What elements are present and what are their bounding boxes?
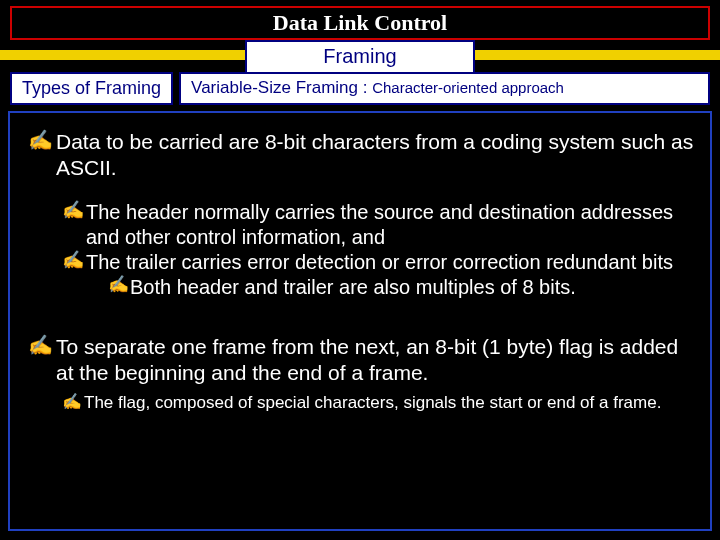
divider-stripe: Framing xyxy=(0,46,720,64)
slide-title: Data Link Control xyxy=(273,10,447,35)
t: trailer xyxy=(126,251,176,273)
sub-bullet-3: ✍ Both header and trailer are also multi… xyxy=(108,275,696,300)
sub-bullet-1: ✍ The header normally carries the source… xyxy=(62,200,696,250)
title-bar: Data Link Control xyxy=(10,6,710,40)
bullet-icon: ✍ xyxy=(28,129,56,151)
bullet-icon: ✍ xyxy=(62,250,86,271)
bullet-2: ✍ To separate one frame from the next, a… xyxy=(28,334,696,387)
tab-variable-size: Variable-Size Framing : Character-orient… xyxy=(179,72,710,105)
section-heading-box: Framing xyxy=(245,40,475,74)
tail-row: ✍ The flag, composed of special characte… xyxy=(62,392,696,414)
content-panel: ✍ Data to be carried are 8-bit character… xyxy=(8,111,712,531)
t: flag xyxy=(118,393,145,412)
bullet-1-text: Data to be carried are 8-bit characters … xyxy=(56,129,696,182)
bullet-1: ✍ Data to be carried are 8-bit character… xyxy=(28,129,696,182)
section-heading: Framing xyxy=(323,45,396,67)
t: The xyxy=(86,201,126,223)
t: carries error detection or error correct… xyxy=(176,251,673,273)
tab-types-of-framing: Types of Framing xyxy=(10,72,173,105)
sub-bullet-2-text: The trailer carries error detection or e… xyxy=(86,250,696,275)
t: The xyxy=(86,251,126,273)
sub-bullet-3-text: Both header and trailer are also multipl… xyxy=(130,275,696,300)
bullet-2-text: To separate one frame from the next, an … xyxy=(56,334,696,387)
tab-right-sub: Character-oriented approach xyxy=(372,79,564,96)
bullet-icon: ✍ xyxy=(62,392,84,411)
tail-bullet: ✍ The flag, composed of special characte… xyxy=(62,392,696,414)
bullet-icon: ✍ xyxy=(62,200,86,221)
bullet-icon: ✍ xyxy=(28,334,56,356)
t: The xyxy=(84,393,118,412)
tab-left-label: Types of Framing xyxy=(22,78,161,98)
t: header xyxy=(126,201,188,223)
bullet-icon: ✍ xyxy=(108,275,130,295)
sub-bullet-1-text: The header normally carries the source a… xyxy=(86,200,696,250)
sub-bullets: ✍ The header normally carries the source… xyxy=(62,200,696,300)
t: , composed of special characters, signal… xyxy=(145,393,661,412)
sub-bullet-2: ✍ The trailer carries error detection or… xyxy=(62,250,696,275)
tail-text: The flag, composed of special characters… xyxy=(84,392,696,414)
tab-right-main: Variable-Size Framing : xyxy=(191,78,367,97)
subheading-row: Types of Framing Variable-Size Framing :… xyxy=(10,72,710,105)
